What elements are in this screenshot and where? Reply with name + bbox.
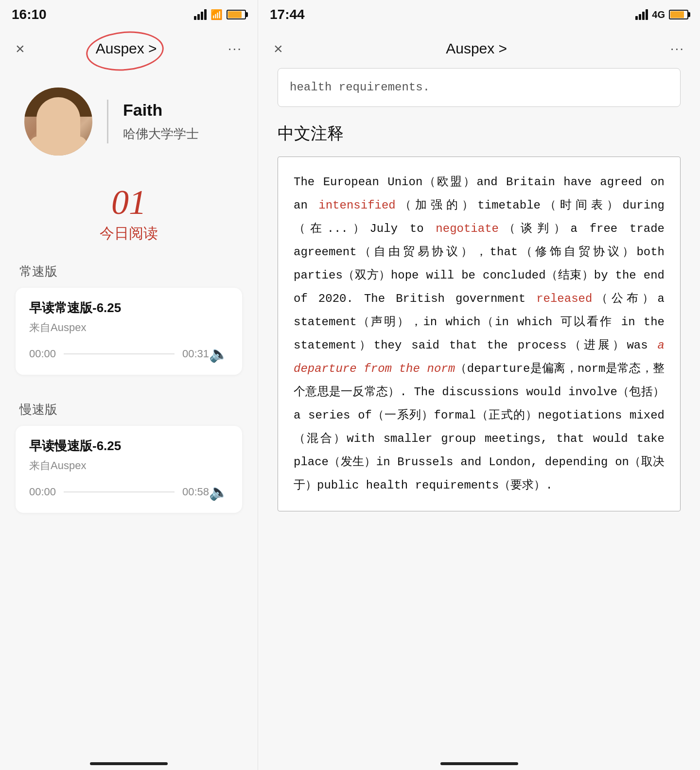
normal-audio-player: 00:00 00:31 🔈 bbox=[29, 345, 228, 363]
profile-name: Faith bbox=[123, 101, 199, 120]
right-battery-icon bbox=[669, 10, 688, 19]
normal-end-time: 00:31 bbox=[182, 348, 209, 360]
slow-audio-card[interactable]: 早读慢速版-6.25 来自Auspex 00:00 00:58 🔈 bbox=[16, 426, 242, 513]
divider bbox=[107, 100, 108, 143]
annotation-highlight-negotiate: negotiate bbox=[436, 222, 499, 235]
home-indicator bbox=[0, 747, 258, 770]
normal-progress-bar[interactable] bbox=[64, 353, 175, 354]
left-close-button[interactable]: × bbox=[16, 40, 25, 58]
normal-card-subtitle: 来自Auspex bbox=[29, 320, 228, 335]
annotation-text5: （departure是偏离，norm是常态，整个意思是一反常态）. The di… bbox=[294, 362, 665, 492]
left-nav-bar: × Auspex > ··· bbox=[0, 29, 258, 68]
reading-number: 01 bbox=[111, 185, 146, 220]
left-nav-title[interactable]: Auspex > bbox=[96, 40, 157, 57]
normal-audio-card[interactable]: 早读常速版-6.25 来自Auspex 00:00 00:31 🔈 bbox=[16, 288, 242, 375]
network-type: 4G bbox=[652, 9, 665, 20]
profile-section: Faith 哈佛大学学士 bbox=[0, 68, 258, 170]
avatar bbox=[24, 88, 92, 156]
normal-start-time: 00:00 bbox=[29, 348, 56, 360]
right-signal-icon bbox=[635, 9, 648, 20]
avatar-shoulder bbox=[29, 136, 88, 156]
left-panel: 16:10 📶 × Auspex > ··· bbox=[0, 0, 258, 770]
prev-content-box: health requirements. bbox=[278, 68, 681, 107]
normal-card-title: 早读常速版-6.25 bbox=[29, 299, 228, 316]
right-panel: 17:44 4G × Auspex > ··· health requireme… bbox=[258, 0, 700, 770]
profile-info: Faith 哈佛大学学士 bbox=[123, 101, 199, 142]
prev-content-text: health requirements. bbox=[290, 81, 430, 94]
right-status-bar: 17:44 4G bbox=[258, 0, 700, 29]
slow-end-time: 00:58 bbox=[182, 486, 209, 498]
reading-number-section: 01 今日阅读 bbox=[0, 170, 258, 248]
slow-audio-player: 00:00 00:58 🔈 bbox=[29, 483, 228, 501]
left-status-bar: 16:10 📶 bbox=[0, 0, 258, 29]
left-status-icons: 📶 bbox=[194, 9, 246, 20]
chinese-annotation-label: 中文注释 bbox=[278, 122, 681, 145]
left-time: 16:10 bbox=[12, 7, 47, 22]
slow-progress-bar[interactable] bbox=[64, 491, 175, 492]
slow-card-subtitle: 来自Auspex bbox=[29, 458, 228, 473]
slow-card-title: 早读慢速版-6.25 bbox=[29, 438, 228, 455]
annotation-highlight-intensified: intensified bbox=[318, 199, 395, 212]
wifi-icon: 📶 bbox=[210, 9, 223, 20]
slow-start-time: 00:00 bbox=[29, 486, 56, 498]
battery-icon bbox=[227, 10, 246, 19]
right-home-indicator bbox=[258, 747, 700, 770]
right-nav-title[interactable]: Auspex > bbox=[446, 40, 507, 57]
normal-play-icon[interactable]: 🔈 bbox=[209, 345, 228, 363]
profile-degree: 哈佛大学学士 bbox=[123, 125, 199, 142]
right-close-button[interactable]: × bbox=[274, 40, 283, 58]
slow-section-label: 慢速版 bbox=[0, 386, 258, 426]
right-home-bar bbox=[440, 762, 518, 765]
right-status-icons: 4G bbox=[635, 9, 688, 20]
right-more-button[interactable]: ··· bbox=[670, 41, 684, 56]
annotation-box: The European Union（欧盟）and Britain have a… bbox=[278, 157, 681, 511]
today-reading-label: 今日阅读 bbox=[100, 224, 158, 244]
left-title-container: Auspex > bbox=[96, 40, 157, 57]
home-bar bbox=[90, 762, 168, 765]
slow-play-icon[interactable]: 🔈 bbox=[209, 483, 228, 501]
signal-icon bbox=[194, 9, 207, 20]
right-time: 17:44 bbox=[270, 7, 305, 22]
normal-section-label: 常速版 bbox=[0, 248, 258, 288]
right-nav-bar: × Auspex > ··· bbox=[258, 29, 700, 68]
annotation-highlight-released: released bbox=[536, 292, 592, 305]
left-more-button[interactable]: ··· bbox=[228, 41, 242, 56]
right-content-area: health requirements. 中文注释 The European U… bbox=[258, 68, 700, 747]
